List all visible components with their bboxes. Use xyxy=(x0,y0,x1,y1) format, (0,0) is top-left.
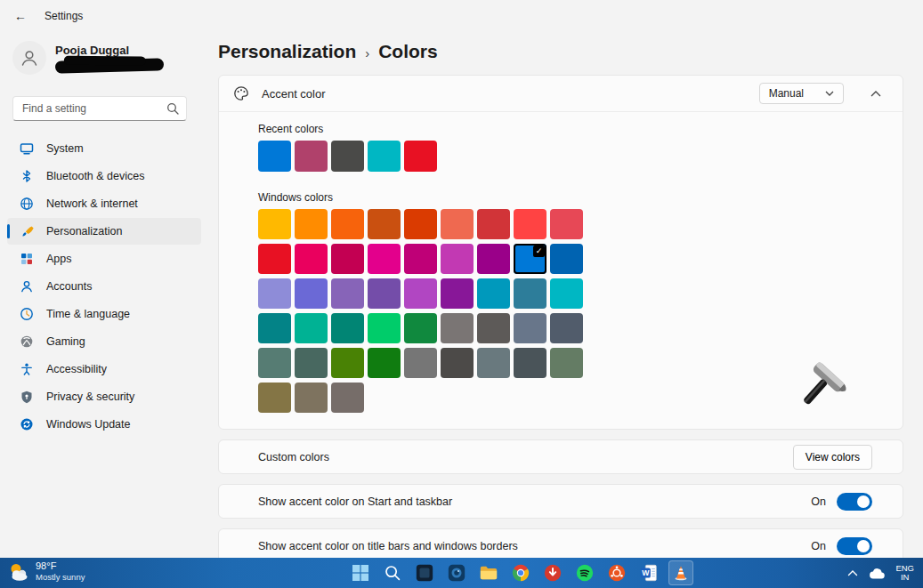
user-card[interactable]: Pooja Duggal xyxy=(5,36,203,75)
color-swatch-orange-bright[interactable] xyxy=(331,209,364,239)
color-swatch-gray[interactable] xyxy=(441,313,474,343)
toggle-switch[interactable] xyxy=(837,537,872,555)
sidebar-item-gaming[interactable]: Gaming xyxy=(7,328,201,355)
color-swatch-camouflage-desert[interactable] xyxy=(295,383,328,413)
color-swatch-pale-red[interactable] xyxy=(550,209,583,239)
color-swatch-gray-dark[interactable] xyxy=(514,348,547,378)
color-swatch-violet-red[interactable] xyxy=(441,278,474,309)
start-icon[interactable] xyxy=(348,560,373,585)
search-input[interactable] xyxy=(22,102,166,115)
color-swatch-violet-red-light[interactable] xyxy=(404,278,437,309)
color-swatch-cool-blue[interactable] xyxy=(514,278,547,309)
color-swatch-navy-blue[interactable] xyxy=(550,244,583,274)
orange-app-icon[interactable] xyxy=(604,560,629,585)
back-arrow-icon[interactable]: ← xyxy=(14,9,27,23)
color-swatch-rose[interactable] xyxy=(331,244,364,274)
browser-icon[interactable] xyxy=(508,560,533,585)
dark-app-icon[interactable] xyxy=(412,560,437,585)
accent-mode-dropdown[interactable]: Manual xyxy=(759,83,844,104)
color-swatch-turf-green[interactable] xyxy=(368,313,401,343)
file-explorer-icon[interactable] xyxy=(476,560,501,585)
onedrive-cloud-icon[interactable] xyxy=(869,568,885,579)
color-swatch-camouflage[interactable] xyxy=(331,383,364,413)
sidebar-item-network-internet[interactable]: Network & internet xyxy=(7,190,201,217)
color-swatch-blue-gray[interactable] xyxy=(477,348,510,378)
color-swatch-rose-bright[interactable] xyxy=(295,244,328,274)
breadcrumb-parent[interactable]: Personalization xyxy=(218,41,356,62)
expander-collapse-button[interactable] xyxy=(863,86,888,101)
language-indicator[interactable]: ENG IN xyxy=(895,564,914,583)
color-swatch-orchid-light[interactable] xyxy=(441,244,474,274)
setting-label: Show accent color on Start and taskbar xyxy=(258,495,811,508)
color-swatch-rose[interactable] xyxy=(295,141,328,172)
camera-app-icon[interactable] xyxy=(444,560,469,585)
color-swatch-red[interactable] xyxy=(404,141,437,172)
update-icon xyxy=(20,417,34,431)
color-swatch-plum-light[interactable] xyxy=(368,244,401,274)
color-swatch-sage[interactable] xyxy=(258,383,291,413)
color-swatch-orchid[interactable] xyxy=(477,244,510,274)
sidebar-item-apps[interactable]: Apps xyxy=(7,246,201,272)
color-swatch-default-blue[interactable] xyxy=(258,141,291,172)
color-swatch-green[interactable] xyxy=(368,348,401,378)
color-swatch-mod-red[interactable] xyxy=(514,209,547,239)
color-swatch-mint-dark[interactable] xyxy=(331,313,364,343)
color-swatch-gold[interactable] xyxy=(295,209,328,239)
personalization-brush-icon xyxy=(20,224,34,238)
sidebar-item-time-language[interactable]: Time & language xyxy=(7,301,201,327)
tray-chevron-up-icon[interactable] xyxy=(847,569,858,576)
search-icon[interactable] xyxy=(380,560,405,585)
color-swatch-seafoam[interactable] xyxy=(368,141,401,172)
sidebar-item-accounts[interactable]: Accounts xyxy=(7,273,201,300)
color-swatch-orange-dark[interactable] xyxy=(368,209,401,239)
titlebar: ← Settings xyxy=(0,0,923,32)
view-colors-button[interactable]: View colors xyxy=(793,445,872,470)
chevron-up-icon xyxy=(870,91,881,97)
accent-color-header[interactable]: Accent color Manual xyxy=(219,76,903,111)
window-title: Settings xyxy=(45,10,83,22)
clock-icon xyxy=(20,307,34,321)
sidebar-item-windows-update[interactable]: Windows Update xyxy=(7,411,201,438)
toggle-switch[interactable] xyxy=(837,493,872,511)
sidebar-nav: SystemBluetooth & devicesNetwork & inter… xyxy=(5,135,203,438)
word-icon[interactable]: W xyxy=(636,560,661,585)
color-swatch-purple-shadow[interactable] xyxy=(258,278,291,309)
toggle-state-label: On xyxy=(811,540,826,552)
color-swatch-cool-blue-bright[interactable] xyxy=(477,278,510,309)
color-swatch-metal-blue[interactable] xyxy=(550,313,583,343)
color-swatch-pale-rust[interactable] xyxy=(441,209,474,239)
color-swatch-rust[interactable] xyxy=(404,209,437,239)
color-swatch-iris-spring[interactable] xyxy=(368,278,401,309)
color-swatch-seafoam[interactable] xyxy=(550,278,583,309)
color-swatch-moss[interactable] xyxy=(295,348,328,378)
color-swatch-meadow-green[interactable] xyxy=(331,348,364,378)
accessibility-icon xyxy=(20,362,34,376)
taskbar-weather-widget[interactable]: 98°F Mostly sunny xyxy=(7,560,85,583)
sidebar-item-privacy-security[interactable]: Privacy & security xyxy=(7,383,201,410)
search-box[interactable] xyxy=(12,96,187,121)
cone-app-icon[interactable] xyxy=(668,560,693,585)
color-swatch-red[interactable] xyxy=(258,244,291,274)
color-swatch-yellow-gold[interactable] xyxy=(258,209,291,239)
sidebar-item-personalization[interactable]: Personalization xyxy=(7,218,201,245)
red-arrow-app-icon[interactable] xyxy=(540,560,565,585)
color-swatch-liddy-green[interactable] xyxy=(550,348,583,378)
color-swatch-gray-brown[interactable] xyxy=(477,313,510,343)
color-swatch-sport-green[interactable] xyxy=(404,313,437,343)
spotify-icon[interactable] xyxy=(572,560,597,585)
color-swatch-brick-red[interactable] xyxy=(477,209,510,239)
color-swatch-seafoam-teal[interactable] xyxy=(258,313,291,343)
color-swatch-storm[interactable] xyxy=(331,141,364,172)
color-swatch-pale-moss[interactable] xyxy=(258,348,291,378)
color-swatch-steel-blue[interactable] xyxy=(514,313,547,343)
color-swatch-purple-shadow-dark[interactable] xyxy=(295,278,328,309)
sidebar-item-bluetooth-devices[interactable]: Bluetooth & devices xyxy=(7,163,201,189)
color-swatch-mint-light[interactable] xyxy=(295,313,328,343)
sidebar-item-system[interactable]: System xyxy=(7,135,201,162)
color-swatch-overcast[interactable] xyxy=(404,348,437,378)
color-swatch-iris-pastel[interactable] xyxy=(331,278,364,309)
color-swatch-storm[interactable] xyxy=(441,348,474,378)
color-swatch-plum[interactable] xyxy=(404,244,437,274)
color-swatch-default-blue[interactable]: ✓ xyxy=(514,244,547,274)
sidebar-item-accessibility[interactable]: Accessibility xyxy=(7,356,201,383)
